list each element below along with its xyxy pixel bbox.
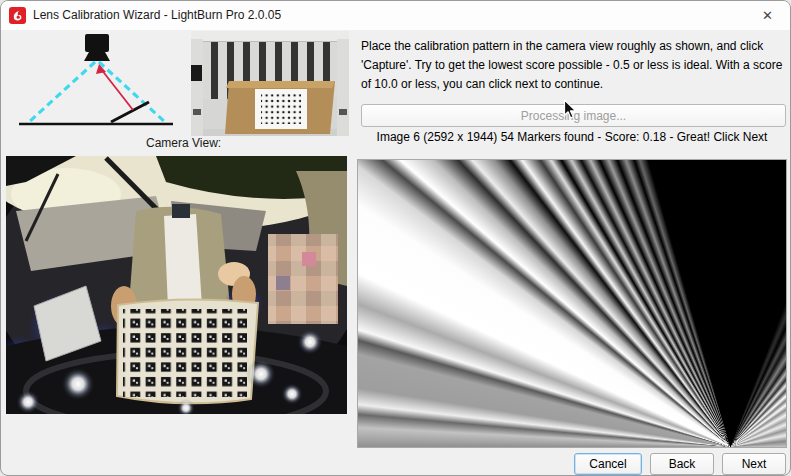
titlebar[interactable]: Lens Calibration Wizard - LightBurn Pro …	[1, 1, 790, 30]
undistorted-preview-image	[357, 159, 787, 448]
back-button[interactable]: Back	[650, 453, 714, 475]
lens-calibration-wizard-dialog: Lens Calibration Wizard - LightBurn Pro …	[0, 0, 791, 476]
camera-view-label: Camera View:	[146, 136, 221, 150]
window-title: Lens Calibration Wizard - LightBurn Pro …	[33, 1, 281, 30]
camera-view-image	[6, 156, 347, 414]
close-icon[interactable]: ✕	[745, 1, 790, 30]
status-line: Image 6 (2592 x 1944) 54 Markers found -…	[357, 130, 787, 144]
cancel-button[interactable]: Cancel	[574, 453, 642, 475]
next-button[interactable]: Next	[722, 453, 786, 475]
lightburn-logo-icon	[9, 7, 26, 24]
capture-button[interactable]: Processing image...	[361, 104, 786, 127]
pattern-placement-example-image	[191, 31, 349, 136]
calibration-setup-diagram	[13, 33, 181, 131]
instructions-text: Place the calibration pattern in the cam…	[361, 37, 785, 94]
